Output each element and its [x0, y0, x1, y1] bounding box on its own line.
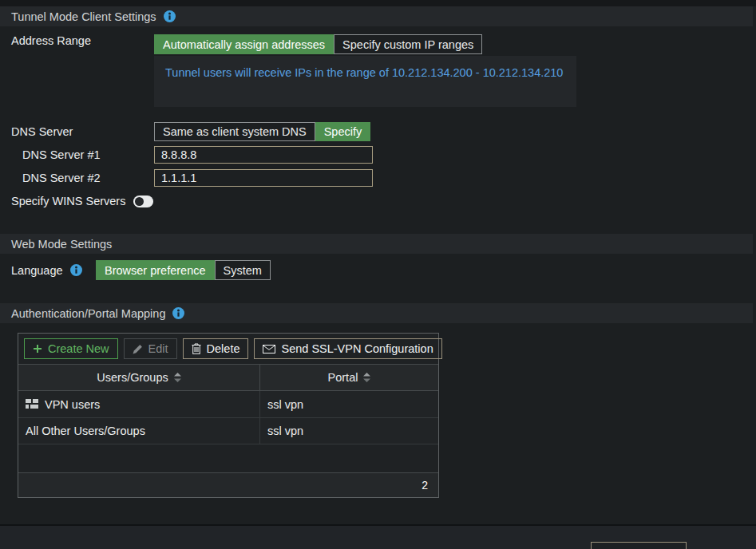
wins-toggle[interactable] [133, 196, 153, 207]
sort-icon [174, 373, 181, 382]
dns-server-2-input[interactable] [154, 169, 373, 187]
section-web-mode-header: Web Mode Settings [0, 234, 753, 254]
users-groups-header-label: Users/Groups [97, 371, 168, 384]
dns-server-2-label: DNS Server #2 [11, 172, 154, 184]
delete-button[interactable]: Delete [183, 338, 249, 359]
address-range-option-auto[interactable]: Automatically assign addresses [154, 34, 334, 54]
portal-header-label: Portal [328, 371, 358, 384]
address-range-row: Address Range Automatically assign addre… [0, 34, 756, 54]
sort-icon [363, 373, 370, 382]
wins-toggle-knob [135, 197, 144, 206]
portal-cell: ssl vpn [260, 418, 438, 444]
delete-label: Delete [207, 342, 240, 355]
table-empty-area [18, 444, 438, 472]
language-label: Language [11, 264, 63, 277]
wins-row: Specify WINS Servers [0, 195, 756, 207]
trash-icon [192, 343, 201, 354]
dns-server-row: DNS Server Same as client system DNS Spe… [0, 122, 756, 141]
auth-portal-info-icon[interactable] [172, 307, 184, 319]
section-title-tunnel: Tunnel Mode Client Settings [11, 10, 156, 23]
users-groups-value: VPN users [45, 398, 100, 411]
address-range-info-text: Tunnel users will receive IPs in the ran… [165, 66, 563, 79]
language-option-browser[interactable]: Browser preference [96, 260, 215, 280]
address-range-label: Address Range [11, 34, 154, 47]
column-header-users-groups[interactable]: Users/Groups [18, 365, 260, 390]
language-row: Language Browser preference System [0, 260, 756, 280]
portal-value: ssl vpn [267, 398, 303, 411]
dns-server-1-row: DNS Server #1 [0, 146, 756, 164]
address-range-segmented: Automatically assign addresses Specify c… [154, 34, 482, 54]
send-sslvpn-config-label: Send SSL-VPN Configuration [281, 342, 433, 355]
row-count: 2 [422, 479, 428, 492]
portal-cell: ssl vpn [260, 391, 438, 417]
bottom-bar: Apply [0, 524, 756, 549]
column-header-portal[interactable]: Portal [260, 365, 438, 390]
section-auth-portal-header: Authentication/Portal Mapping [0, 303, 753, 323]
address-range-info-panel: Tunnel users will receive IPs in the ran… [154, 56, 576, 107]
dns-server-1-label: DNS Server #1 [11, 148, 154, 161]
plus-icon [33, 344, 42, 353]
portal-mapping-table: Create New Edit Delete [18, 333, 439, 498]
table-header-row: Users/Groups Portal [18, 364, 438, 391]
dns-server-segmented: Same as client system DNS Specify [154, 122, 370, 141]
table-footer: 2 [18, 472, 438, 497]
language-option-system[interactable]: System [215, 260, 271, 280]
envelope-icon [263, 345, 275, 353]
settings-main: Tunnel Mode Client Settings Address Rang… [0, 0, 756, 524]
send-sslvpn-config-button[interactable]: Send SSL-VPN Configuration [254, 338, 441, 359]
language-segmented: Browser preference System [96, 260, 271, 280]
dns-server-2-row: DNS Server #2 [0, 169, 756, 187]
section-tunnel-mode-header: Tunnel Mode Client Settings [0, 6, 753, 26]
pencil-icon [133, 344, 143, 354]
users-groups-cell: All Other Users/Groups [18, 418, 260, 444]
section-title-auth-portal: Authentication/Portal Mapping [11, 307, 165, 320]
language-info-icon[interactable] [70, 264, 82, 276]
create-new-label: Create New [48, 342, 109, 355]
top-strip [0, 0, 756, 6]
edit-label: Edit [148, 342, 168, 355]
create-new-button[interactable]: Create New [24, 338, 118, 359]
dns-option-specify[interactable]: Specify [315, 122, 371, 141]
dns-server-label: DNS Server [11, 125, 154, 138]
dns-option-same-as-client[interactable]: Same as client system DNS [154, 122, 315, 141]
apply-button[interactable]: Apply [591, 542, 687, 549]
table-row[interactable]: All Other Users/Groups ssl vpn [18, 418, 438, 444]
sslvpn-settings-page: Tunnel Mode Client Settings Address Rang… [0, 0, 756, 549]
user-group-icon [26, 399, 38, 409]
portal-mapping-toolbar: Create New Edit Delete [18, 334, 438, 364]
table-row[interactable]: VPN users ssl vpn [18, 391, 438, 418]
wins-label: Specify WINS Servers [11, 195, 125, 207]
users-groups-cell: VPN users [18, 391, 260, 417]
language-label-group: Language [11, 264, 96, 277]
portal-value: ssl vpn [267, 425, 303, 437]
dns-server-1-input[interactable] [154, 146, 373, 164]
users-groups-value: All Other Users/Groups [26, 425, 145, 437]
section-title-web-mode: Web Mode Settings [11, 238, 112, 251]
address-range-option-custom[interactable]: Specify custom IP ranges [334, 34, 482, 54]
tunnel-info-icon[interactable] [164, 10, 176, 22]
edit-button[interactable]: Edit [124, 338, 177, 359]
